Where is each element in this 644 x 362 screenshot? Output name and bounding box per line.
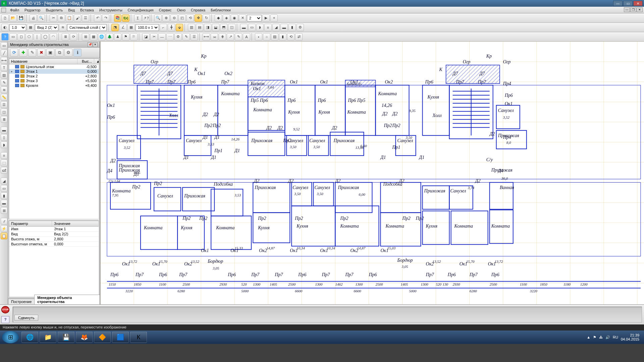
tray-arrow-icon[interactable]: ▲ bbox=[587, 335, 590, 339]
tree-scroll-up[interactable]: ▲ bbox=[94, 59, 99, 64]
arch-roof-button[interactable]: ◢ bbox=[272, 24, 280, 31]
tree-row[interactable]: Цокольный этаж-0,500 bbox=[9, 64, 99, 69]
zoom-region-button[interactable]: ◰ bbox=[178, 14, 186, 22]
document-icon[interactable] bbox=[1, 8, 6, 12]
menu-view[interactable]: Вид bbox=[65, 7, 77, 13]
globe-button[interactable]: 🌐 bbox=[98, 33, 105, 41]
snap-intersect-button[interactable]: ✕ bbox=[239, 14, 246, 22]
note-button[interactable]: ✎ bbox=[235, 33, 242, 41]
arc-button[interactable]: ◠ bbox=[50, 33, 57, 41]
vtool-window-button[interactable]: ▯ bbox=[1, 134, 7, 141]
undo-button[interactable]: ↶ bbox=[94, 14, 101, 22]
tool-c-button[interactable]: ◨ bbox=[204, 24, 211, 31]
snap-mid-button[interactable]: ◈ bbox=[223, 14, 230, 22]
menu-edit[interactable]: Редактор bbox=[22, 7, 43, 13]
arch-door-button[interactable]: ◗ bbox=[256, 24, 264, 31]
tray-flag-icon[interactable]: ⚑ bbox=[593, 335, 596, 340]
panel-pin-button[interactable]: 📌 bbox=[88, 42, 92, 47]
panel-tab-build[interactable]: Построение bbox=[8, 299, 35, 304]
sync2-button[interactable]: ⇄ bbox=[295, 33, 303, 41]
close-button[interactable]: ✕ bbox=[633, 1, 643, 6]
help-cursor-button[interactable]: ⭷? bbox=[142, 14, 150, 22]
tray-lang[interactable]: RU bbox=[613, 335, 618, 339]
vtool-wall-button[interactable]: ▬ bbox=[1, 127, 7, 133]
tree-button[interactable]: 🌲 bbox=[106, 33, 113, 41]
doc-minimize-button[interactable]: — bbox=[624, 7, 630, 12]
table-button[interactable]: ⊞ bbox=[82, 33, 89, 41]
hatch-button[interactable]: ▨ bbox=[271, 33, 278, 41]
vtool-beam-button[interactable]: ▬ bbox=[1, 200, 7, 206]
extend-button[interactable]: — bbox=[158, 33, 166, 41]
vtool-text-button[interactable]: T bbox=[1, 64, 7, 71]
tray-network-icon[interactable]: 🖧 bbox=[599, 335, 603, 339]
vtool-edit-button[interactable]: ✎ bbox=[1, 79, 7, 86]
vtool-furn-button[interactable]: 🛋 bbox=[1, 167, 7, 174]
zoom-in-button[interactable]: ⊕ bbox=[162, 14, 170, 22]
task-explorer[interactable]: 📁 bbox=[40, 331, 56, 343]
properties-button[interactable]: ☰ bbox=[82, 14, 89, 22]
props-header-param[interactable]: Параметр bbox=[9, 221, 52, 226]
print-button[interactable]: 🖨 bbox=[30, 14, 37, 22]
tree-row[interactable]: ▸Этаж 10,000 bbox=[9, 69, 99, 74]
scale-combo[interactable]: 1.0 bbox=[9, 24, 26, 31]
arch-stair-button[interactable]: ≡ bbox=[264, 24, 272, 31]
floor-tree[interactable]: Название Выс... ▲ Цокольный этаж-0,500▸Э… bbox=[9, 58, 99, 219]
table2-button[interactable]: ▦ bbox=[90, 33, 97, 41]
copy-button[interactable]: ⧉ bbox=[58, 14, 65, 22]
vtool-select-button[interactable]: ▭ bbox=[1, 42, 7, 49]
vtool-view-button[interactable]: ◫ bbox=[1, 109, 7, 115]
props-header-val[interactable]: Значение bbox=[52, 221, 99, 226]
command-field[interactable]: Сдвинуть bbox=[13, 307, 642, 322]
vtool-room-button[interactable]: ⬚ bbox=[1, 160, 7, 166]
panel-settings-button[interactable]: ⚙ bbox=[64, 49, 72, 57]
task-firefox[interactable]: 🦊 bbox=[76, 331, 93, 343]
vtool-hatch-button[interactable]: ▨ bbox=[1, 72, 7, 78]
point-button[interactable]: • bbox=[255, 33, 262, 41]
tree-header-val[interactable]: Выс... bbox=[77, 59, 94, 64]
square-button[interactable]: ◻ bbox=[17, 33, 25, 41]
help-button[interactable]: ? bbox=[1, 33, 9, 41]
cut-button[interactable]: ✂ bbox=[50, 14, 57, 22]
angle-button[interactable]: ∠ bbox=[119, 24, 127, 31]
view-combo[interactable]: Вид 2 (2) bbox=[35, 24, 58, 31]
dim-leader-button[interactable]: ↗ bbox=[227, 33, 234, 41]
line-button[interactable]: │ bbox=[34, 33, 41, 41]
tool-e-button[interactable]: ⬒ bbox=[220, 24, 227, 31]
system-tray[interactable]: ▲ ⚑ 🖧 🔊 RU 21:39 04.04.2015 bbox=[584, 333, 642, 341]
property-row[interactable]: Высота этажа, м2,800 bbox=[9, 237, 99, 242]
property-row[interactable]: ВидВид 2(2) bbox=[9, 232, 99, 237]
menu-tools[interactable]: Инструменты bbox=[97, 7, 125, 13]
variables-button[interactable]: Σ bbox=[134, 14, 142, 22]
new-button[interactable]: 🗋 bbox=[1, 14, 9, 22]
task-kompas[interactable]: К bbox=[130, 331, 147, 343]
panel-edit-button[interactable]: ✎ bbox=[28, 49, 36, 57]
vtool-line-button[interactable]: ╱ bbox=[1, 50, 7, 56]
context-help-button[interactable]: ? bbox=[1, 316, 9, 323]
vtool-pipe-button[interactable]: ⫽ bbox=[1, 218, 7, 225]
zoom-prev-button[interactable]: ⟲ bbox=[186, 14, 194, 22]
tool-d-button[interactable]: ⬓ bbox=[212, 24, 219, 31]
snap-on-button[interactable]: ⬙ bbox=[176, 24, 183, 31]
gear-button[interactable]: ⚙ bbox=[174, 33, 182, 41]
vtool-layer-button[interactable]: ≣ bbox=[1, 116, 7, 123]
sync-button[interactable]: ⟲ bbox=[287, 33, 294, 41]
fx-button[interactable]: f(x) bbox=[122, 14, 129, 22]
menu-libs[interactable]: Библиотеки bbox=[208, 7, 233, 13]
task-ie[interactable]: 🌐 bbox=[21, 331, 38, 343]
vtool-col-button[interactable]: ▮ bbox=[1, 192, 7, 199]
grid-step-combo[interactable]: 100.0 x 10 bbox=[136, 24, 159, 31]
drawing-canvas[interactable]: Пр7Пр7 ОгрД7Д7 ККр Пр6Кухня Ок1 Пр7Комна… bbox=[100, 42, 644, 304]
params-button[interactable]: ✎ bbox=[182, 33, 190, 41]
arch-settings-button[interactable]: ⚙ bbox=[297, 24, 304, 31]
panel-tab-manager[interactable]: Менеджер объекта строительства bbox=[34, 295, 100, 304]
vtool-roof-button[interactable]: ◢ bbox=[1, 178, 7, 184]
panel-copy-button[interactable]: ⧉ bbox=[55, 49, 63, 57]
poly-button[interactable]: ⬠ bbox=[25, 33, 33, 41]
arch-col-button[interactable]: ▮ bbox=[288, 24, 296, 31]
menu-insert[interactable]: Вставка bbox=[77, 7, 97, 13]
menu-service[interactable]: Сервис bbox=[156, 7, 174, 13]
fill-button[interactable]: ▮ bbox=[279, 33, 286, 41]
arch-slab-button[interactable]: ▬ bbox=[280, 24, 288, 31]
local-cs-button[interactable]: ⌐ bbox=[160, 24, 167, 31]
list-button[interactable]: ☰ bbox=[191, 33, 198, 41]
